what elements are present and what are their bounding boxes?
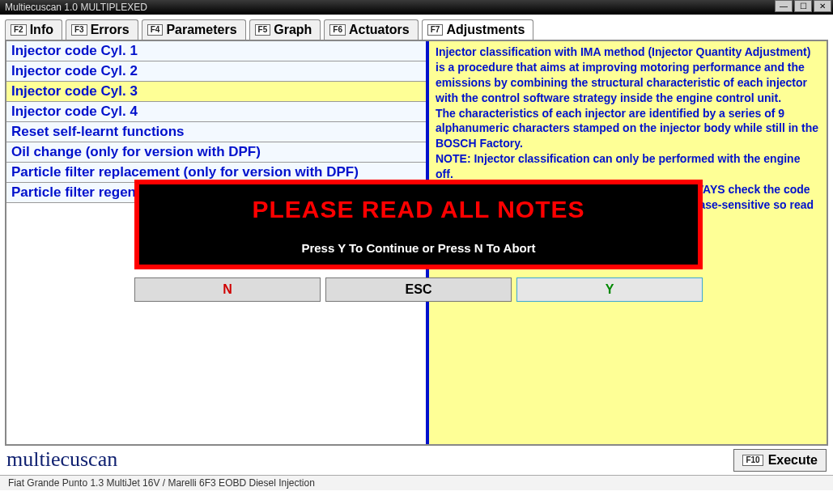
list-item[interactable]: Oil change (only for version with DPF) <box>6 142 426 163</box>
confirm-dialog: PLEASE READ ALL NOTES Press Y To Continu… <box>134 180 703 302</box>
tab-graph[interactable]: F5 Graph <box>249 19 321 40</box>
window-controls: — ☐ ✕ <box>775 0 831 12</box>
fkey-badge: F2 <box>11 24 27 36</box>
fkey-badge: F7 <box>427 24 444 36</box>
fkey-badge: F10 <box>742 455 763 466</box>
list-item-label: Reset self-learnt functions <box>11 124 185 139</box>
execute-button[interactable]: F10 Execute <box>733 449 827 472</box>
esc-button[interactable]: ESC <box>325 277 512 302</box>
list-item[interactable]: Injector code Cyl. 3 <box>6 82 426 102</box>
tab-actuators[interactable]: F6 Actuators <box>324 19 418 40</box>
tab-adjustments[interactable]: F7 Adjustments <box>422 19 534 40</box>
footer: multiecuscan F10 Execute <box>0 447 833 472</box>
fkey-badge: F4 <box>147 24 164 36</box>
list-item-label: Injector code Cyl. 1 <box>11 43 138 58</box>
dialog-buttons: N ESC Y <box>134 277 703 302</box>
tab-bar: F2 Info F3 Errors F4 Parameters F5 Graph… <box>0 15 833 40</box>
button-label: Y <box>606 282 614 296</box>
list-item[interactable]: Injector code Cyl. 1 <box>6 41 426 61</box>
dialog-subtitle: Press Y To Continue or Press N To Abort <box>147 241 690 255</box>
close-button[interactable]: ✕ <box>814 0 831 12</box>
tab-label: Adjustments <box>446 23 525 37</box>
dialog-box: PLEASE READ ALL NOTES Press Y To Continu… <box>134 180 703 269</box>
execute-label: Execute <box>768 453 818 468</box>
tab-label: Info <box>30 23 53 37</box>
list-item-label: Oil change (only for version with DPF) <box>11 144 261 159</box>
minimize-button[interactable]: — <box>775 0 793 12</box>
list-item-label: Injector code Cyl. 2 <box>11 63 138 78</box>
list-item[interactable]: Reset self-learnt functions <box>6 122 426 142</box>
n-button[interactable]: N <box>134 277 321 302</box>
fkey-badge: F5 <box>255 24 271 36</box>
fkey-badge: F3 <box>71 24 87 36</box>
fkey-badge: F6 <box>329 24 346 36</box>
tab-info[interactable]: F2 Info <box>5 19 62 40</box>
status-bar: Fiat Grande Punto 1.3 MultiJet 16V / Mar… <box>0 475 833 490</box>
tab-label: Graph <box>274 23 312 37</box>
status-text: Fiat Grande Punto 1.3 MultiJet 16V / Mar… <box>8 477 315 489</box>
y-button[interactable]: Y <box>516 277 703 302</box>
tab-label: Errors <box>91 23 130 37</box>
brand-logo: multiecuscan <box>6 447 117 472</box>
list-item-label: Injector code Cyl. 3 <box>11 83 138 99</box>
list-item[interactable]: Injector code Cyl. 4 <box>6 102 426 122</box>
maximize-button[interactable]: ☐ <box>794 0 812 12</box>
list-item-label: Particle filter replacement (only for ve… <box>11 164 359 180</box>
list-item[interactable]: Injector code Cyl. 2 <box>6 61 426 82</box>
list-item-label: Injector code Cyl. 4 <box>11 104 138 119</box>
tab-label: Actuators <box>349 23 410 37</box>
tab-label: Parameters <box>166 23 236 37</box>
tab-errors[interactable]: F3 Errors <box>66 19 138 40</box>
tab-parameters[interactable]: F4 Parameters <box>142 19 246 40</box>
dialog-title: PLEASE READ ALL NOTES <box>147 196 690 223</box>
window-titlebar: Multiecuscan 1.0 MULTIPLEXED — ☐ ✕ <box>0 0 833 15</box>
button-label: ESC <box>406 282 432 296</box>
window-title: Multiecuscan 1.0 MULTIPLEXED <box>5 2 147 13</box>
button-label: N <box>223 282 232 296</box>
